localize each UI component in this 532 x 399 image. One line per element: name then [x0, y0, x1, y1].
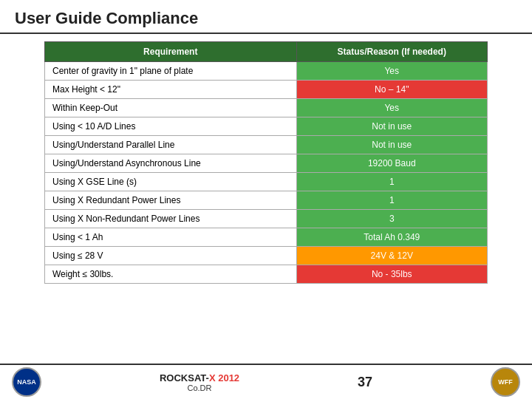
table-row: Using/Understand Parallel LineNot in use: [45, 136, 488, 154]
compliance-table: Requirement Status/Reason (If needed) Ce…: [44, 41, 488, 284]
table-row: Using X Non-Redundant Power Lines3: [45, 210, 488, 228]
wff-logo: WFF: [491, 367, 520, 397]
main-content: Requirement Status/Reason (If needed) Ce…: [0, 41, 532, 284]
requirement-cell: Using < 1 Ah: [45, 228, 297, 247]
status-cell: No - 35lbs: [296, 265, 487, 284]
status-cell: 3: [296, 210, 487, 228]
table-row: Weight ≤ 30lbs.No - 35lbs: [45, 265, 488, 284]
requirement-cell: Weight ≤ 30lbs.: [45, 265, 297, 284]
page-title: User Guide Compliance: [0, 0, 532, 34]
requirement-cell: Using X Redundant Power Lines: [45, 191, 297, 210]
table-row: Using X GSE Line (s)1: [45, 173, 488, 191]
table-row: Max Height < 12"No – 14": [45, 81, 488, 99]
table-row: Using < 10 A/D LinesNot in use: [45, 117, 488, 136]
table-row: Using X Redundant Power Lines1: [45, 191, 488, 210]
nasa-logo: NASA: [12, 367, 41, 397]
status-cell: No – 14": [296, 81, 487, 99]
table-row: Using/Understand Asynchronous Line19200 …: [45, 154, 488, 173]
requirement-cell: Max Height < 12": [45, 81, 297, 99]
requirement-cell: Center of gravity in 1" plane of plate: [45, 62, 297, 81]
page-number: 37: [358, 375, 372, 390]
status-cell: 1: [296, 191, 487, 210]
col-header-requirement: Requirement: [45, 42, 297, 62]
table-row: Within Keep-OutYes: [45, 99, 488, 117]
status-cell: 24V & 12V: [296, 247, 487, 265]
status-cell: Total Ah 0.349: [296, 228, 487, 247]
footer-sub: Co.DR: [188, 383, 212, 392]
status-cell: Yes: [296, 62, 487, 81]
footer-center: ROCKSAT-X 2012 Co.DR: [160, 372, 239, 392]
status-cell: 1: [296, 173, 487, 191]
table-row: Center of gravity in 1" plane of plateYe…: [45, 62, 488, 81]
table-row: Using ≤ 28 V24V & 12V: [45, 247, 488, 265]
requirement-cell: Using/Understand Parallel Line: [45, 136, 297, 154]
table-row: Using < 1 AhTotal Ah 0.349: [45, 228, 488, 247]
requirement-cell: Using < 10 A/D Lines: [45, 117, 297, 136]
col-header-status: Status/Reason (If needed): [296, 42, 487, 62]
rocksat-logo: ROCKSAT-X 2012: [160, 372, 239, 383]
status-cell: 19200 Baud: [296, 154, 487, 173]
status-cell: Not in use: [296, 136, 487, 154]
requirement-cell: Using X GSE Line (s): [45, 173, 297, 191]
requirement-cell: Using X Non-Redundant Power Lines: [45, 210, 297, 228]
status-cell: Not in use: [296, 117, 487, 136]
requirement-cell: Using ≤ 28 V: [45, 247, 297, 265]
footer: NASA ROCKSAT-X 2012 Co.DR 37 WFF: [0, 364, 532, 399]
status-cell: Yes: [296, 99, 487, 117]
requirement-cell: Using/Understand Asynchronous Line: [45, 154, 297, 173]
requirement-cell: Within Keep-Out: [45, 99, 297, 117]
